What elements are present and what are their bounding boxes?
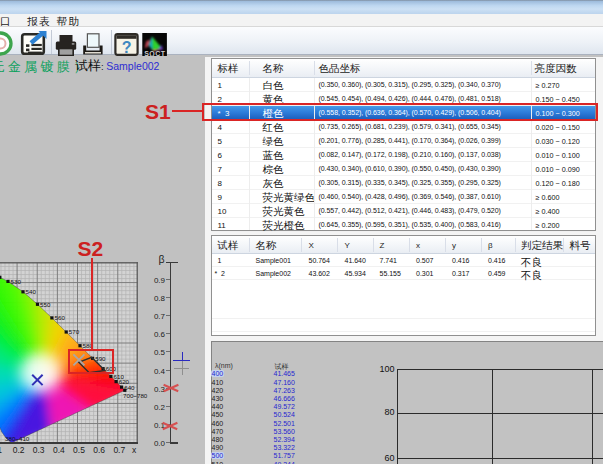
svg-text:?: ?: [122, 38, 132, 55]
svg-text:550: 550: [40, 301, 51, 308]
svg-text:560: 560: [55, 314, 66, 321]
svg-text:380~410: 380~410: [5, 435, 30, 442]
svg-text:540: 540: [26, 288, 37, 295]
svg-text:530: 530: [11, 278, 22, 285]
svg-text:SQCT: SQCT: [144, 49, 165, 55]
svg-text:640: 640: [124, 384, 135, 391]
svg-text:570: 570: [69, 328, 80, 335]
